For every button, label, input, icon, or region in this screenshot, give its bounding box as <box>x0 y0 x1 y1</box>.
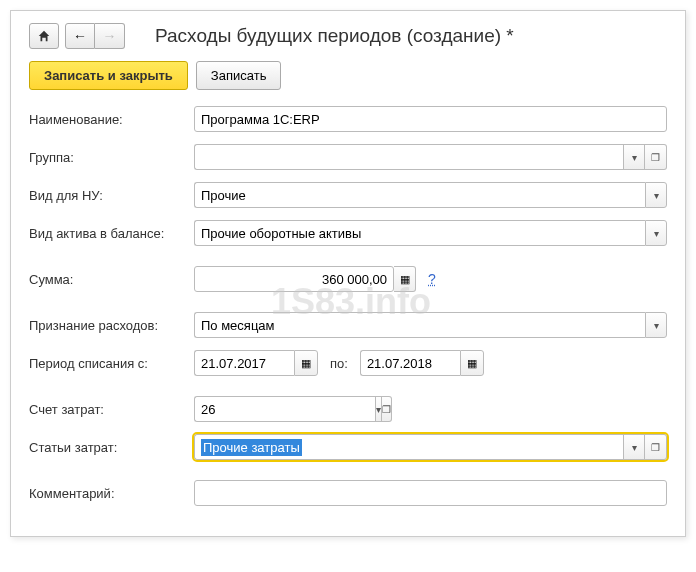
row-asset-type: Вид актива в балансе: ▾ <box>29 220 667 246</box>
nav-group: ← → <box>29 23 125 49</box>
comment-input[interactable] <box>194 480 667 506</box>
row-amount: Сумма: ▦ ? <box>29 266 667 292</box>
save-close-button[interactable]: Записать и закрыть <box>29 61 188 90</box>
home-button[interactable] <box>29 23 59 49</box>
label-period-to: по: <box>330 356 348 371</box>
asset-type-dropdown-button[interactable]: ▾ <box>645 220 667 246</box>
recognition-dropdown-button[interactable]: ▾ <box>645 312 667 338</box>
toolbar: Записать и закрыть Записать <box>29 61 667 90</box>
label-comment: Комментарий: <box>29 486 194 501</box>
account-input[interactable] <box>194 396 375 422</box>
row-period: Период списания с: ▦ по: ▦ <box>29 350 667 376</box>
cost-item-selected-text: Прочие затраты <box>201 439 302 456</box>
label-group: Группа: <box>29 150 194 165</box>
arrow-right-icon: → <box>103 28 117 44</box>
row-name: Наименование: <box>29 106 667 132</box>
nu-type-dropdown-button[interactable]: ▾ <box>645 182 667 208</box>
group-open-button[interactable]: ❐ <box>645 144 667 170</box>
period-to-input[interactable] <box>360 350 460 376</box>
period-from-calendar-button[interactable]: ▦ <box>294 350 318 376</box>
calendar-icon: ▦ <box>301 357 311 370</box>
nav-pair: ← → <box>65 23 125 49</box>
forward-button[interactable]: → <box>95 23 125 49</box>
cost-item-input[interactable]: Прочие затраты <box>194 434 623 460</box>
nu-type-input[interactable] <box>194 182 645 208</box>
back-button[interactable]: ← <box>65 23 95 49</box>
row-comment: Комментарий: <box>29 480 667 506</box>
row-nu-type: Вид для НУ: ▾ <box>29 182 667 208</box>
amount-input[interactable] <box>194 266 394 292</box>
period-from-input[interactable] <box>194 350 294 376</box>
calendar-icon: ▦ <box>467 357 477 370</box>
page-title: Расходы будущих периодов (создание) * <box>155 25 514 47</box>
asset-type-input[interactable] <box>194 220 645 246</box>
account-dropdown-button[interactable]: ▾ <box>375 396 382 422</box>
period-to-calendar-button[interactable]: ▦ <box>460 350 484 376</box>
label-account: Счет затрат: <box>29 402 194 417</box>
row-group: Группа: ▾ ❐ <box>29 144 667 170</box>
amount-calc-button[interactable]: ▦ <box>394 266 416 292</box>
row-recognition: Признание расходов: ▾ <box>29 312 667 338</box>
cost-item-open-button[interactable]: ❐ <box>645 434 667 460</box>
row-cost-item: Статьи затрат: Прочие затраты ▾ ❐ <box>29 434 667 460</box>
label-cost-item: Статьи затрат: <box>29 440 194 455</box>
label-nu-type: Вид для НУ: <box>29 188 194 203</box>
label-recognition: Признание расходов: <box>29 318 194 333</box>
calculator-icon: ▦ <box>400 273 410 286</box>
label-name: Наименование: <box>29 112 194 127</box>
group-dropdown-button[interactable]: ▾ <box>623 144 645 170</box>
save-button[interactable]: Записать <box>196 61 282 90</box>
name-input[interactable] <box>194 106 667 132</box>
label-period: Период списания с: <box>29 356 194 371</box>
arrow-left-icon: ← <box>73 28 87 44</box>
row-account: Счет затрат: ▾ ❐ <box>29 396 667 422</box>
cost-item-dropdown-button[interactable]: ▾ <box>623 434 645 460</box>
group-input[interactable] <box>194 144 623 170</box>
label-amount: Сумма: <box>29 272 194 287</box>
home-icon <box>37 29 51 43</box>
recognition-input[interactable] <box>194 312 645 338</box>
header: ← → Расходы будущих периодов (создание) … <box>29 23 667 49</box>
account-open-button[interactable]: ❐ <box>382 396 392 422</box>
amount-help-link[interactable]: ? <box>428 271 436 287</box>
form-window: 1S83.info ← → Расходы будущих периодов (… <box>10 10 686 537</box>
label-asset-type: Вид актива в балансе: <box>29 226 194 241</box>
